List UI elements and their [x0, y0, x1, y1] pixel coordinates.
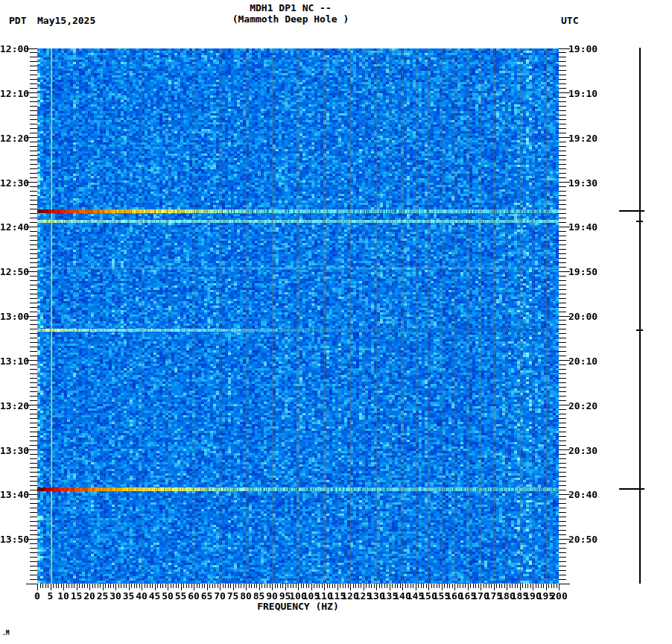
- freq-major-tick: [246, 584, 247, 590]
- freq-minor-tick: [413, 584, 413, 588]
- time-minor-tick-left: [30, 356, 37, 356]
- time-minor-tick-left: [30, 382, 37, 383]
- time-minor-tick-left: [30, 177, 37, 178]
- freq-minor-tick: [512, 584, 513, 588]
- freq-major-tick: [546, 584, 547, 590]
- time-minor-tick-left: [30, 369, 37, 370]
- time-minor-tick-right: [559, 236, 566, 236]
- time-label-left: 12:50: [0, 266, 27, 277]
- time-minor-tick-right: [559, 303, 566, 303]
- time-minor-tick-right: [559, 338, 566, 338]
- time-minor-tick-left: [30, 253, 37, 254]
- time-minor-tick-right: [559, 289, 566, 290]
- time-minor-tick-right: [559, 262, 566, 263]
- freq-minor-tick: [527, 584, 528, 588]
- time-minor-tick-right: [559, 561, 566, 562]
- time-minor-tick-left: [30, 364, 37, 365]
- time-minor-tick-right: [559, 298, 566, 299]
- time-minor-tick-right: [559, 151, 566, 151]
- time-major-tick-left: [26, 584, 37, 584]
- freq-minor-tick: [84, 584, 85, 588]
- time-minor-tick-left: [30, 427, 37, 428]
- time-minor-tick-right: [559, 191, 566, 192]
- time-minor-tick-left: [30, 418, 37, 419]
- time-minor-tick-left: [30, 329, 37, 329]
- freq-minor-tick: [165, 584, 166, 588]
- freq-minor-tick: [82, 584, 83, 588]
- time-minor-tick-right: [559, 186, 566, 187]
- time-minor-tick-left: [30, 409, 37, 410]
- freq-minor-tick: [353, 584, 354, 588]
- freq-minor-tick: [288, 584, 288, 588]
- time-minor-tick-right: [559, 146, 566, 147]
- freq-minor-tick: [543, 584, 544, 588]
- time-minor-tick-right: [559, 312, 566, 312]
- time-minor-tick-left: [30, 543, 37, 544]
- time-minor-tick-left: [30, 338, 37, 338]
- freq-minor-tick: [397, 584, 398, 588]
- time-label-left: 13:10: [0, 356, 27, 367]
- time-minor-tick-right: [559, 88, 566, 89]
- freq-minor-tick: [510, 584, 510, 588]
- freq-minor-tick: [61, 584, 62, 588]
- freq-minor-tick: [280, 584, 281, 588]
- time-label-right: 19:50: [568, 266, 613, 277]
- freq-minor-tick: [465, 584, 466, 588]
- time-minor-tick-left: [30, 570, 37, 571]
- freq-major-tick: [507, 584, 507, 590]
- time-minor-tick-left: [30, 414, 37, 414]
- time-minor-tick-left: [30, 512, 37, 513]
- time-label-right: 20:40: [568, 489, 613, 500]
- time-minor-tick-left: [30, 298, 37, 299]
- freq-minor-tick: [215, 584, 215, 588]
- time-minor-tick-right: [559, 285, 566, 285]
- time-minor-tick-left: [30, 186, 37, 187]
- date-label: May15,2025: [37, 15, 95, 26]
- time-minor-tick-left: [30, 240, 37, 241]
- time-minor-tick-left: [30, 231, 37, 232]
- time-minor-tick-right: [559, 396, 566, 397]
- freq-minor-tick: [496, 584, 497, 588]
- time-minor-tick-left: [30, 191, 37, 192]
- freq-minor-tick: [486, 584, 486, 588]
- time-minor-tick-right: [559, 124, 566, 124]
- time-minor-tick-left: [30, 57, 37, 57]
- time-minor-tick-left: [30, 534, 37, 535]
- freq-minor-tick: [392, 584, 393, 588]
- time-minor-tick-right: [559, 320, 566, 321]
- freq-minor-tick: [147, 584, 148, 588]
- freq-minor-tick: [491, 584, 492, 588]
- time-label-right: 20:20: [568, 400, 613, 411]
- time-minor-tick-right: [559, 463, 566, 464]
- time-label-left: 13:40: [0, 489, 27, 500]
- freq-minor-tick: [536, 584, 536, 588]
- time-minor-tick-left: [30, 441, 37, 441]
- time-minor-tick-left: [30, 503, 37, 504]
- freq-minor-tick: [369, 584, 370, 588]
- time-minor-tick-right: [559, 83, 566, 84]
- freq-minor-tick: [423, 584, 424, 588]
- freq-minor-tick: [335, 584, 335, 588]
- time-minor-tick-left: [30, 244, 37, 245]
- freq-minor-tick: [475, 584, 476, 588]
- time-minor-tick-left: [30, 258, 37, 259]
- freq-major-tick: [129, 584, 130, 590]
- freq-minor-tick: [108, 584, 109, 588]
- time-minor-tick-left: [30, 458, 37, 459]
- time-minor-tick-right: [559, 391, 566, 392]
- freq-minor-tick: [431, 584, 432, 588]
- freq-major-tick: [481, 584, 481, 590]
- time-minor-tick-left: [30, 423, 37, 423]
- time-minor-tick-left: [30, 396, 37, 397]
- time-minor-tick-right: [559, 356, 566, 356]
- time-minor-tick-left: [30, 289, 37, 290]
- time-minor-tick-left: [30, 303, 37, 303]
- time-minor-tick-right: [559, 490, 566, 490]
- time-minor-tick-right: [559, 347, 566, 347]
- freq-minor-tick: [241, 584, 241, 588]
- time-label-left: 13:30: [0, 445, 27, 456]
- freq-major-tick: [89, 584, 90, 590]
- time-minor-tick-right: [559, 512, 566, 513]
- freq-minor-tick: [267, 584, 267, 588]
- time-minor-tick-right: [559, 200, 566, 201]
